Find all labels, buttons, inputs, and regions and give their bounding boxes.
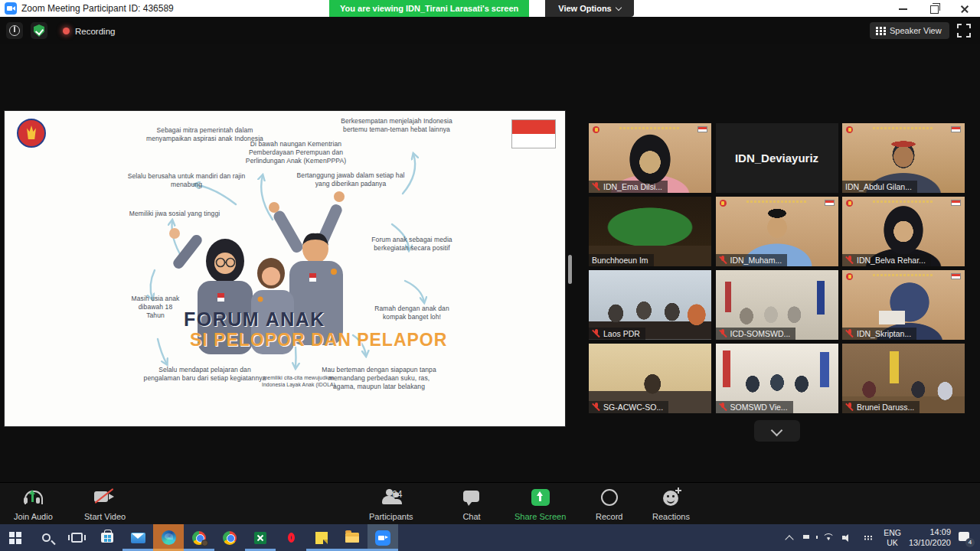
participants-button[interactable]: 64 Participants [366,487,416,523]
action-center-icon[interactable]: 4 [959,532,972,544]
participants-grid: IDN_Ema Dilsi...IDN_DeviayurizIDN_Abdul … [589,123,965,413]
participant-tile[interactable]: SG-ACWC-SO... [589,344,711,413]
start-video-button[interactable]: Start Video [81,487,129,523]
taskbar-store-icon[interactable] [92,524,122,551]
participant-tile[interactable]: ICD-SOMSWD... [716,270,838,340]
speaker-icon[interactable] [842,533,854,543]
store-glyph [101,533,113,543]
chrome-glyph [223,531,237,545]
chevron-down-icon [615,4,621,10]
reactions-button[interactable]: Reactions [649,487,693,523]
sticky-glyph [315,532,328,544]
speaker-view-button[interactable]: Speaker View [870,22,949,39]
viewing-banner-text: You are viewing IDN_Tirani Larasati's sc… [340,4,518,13]
participant-name-tag: ICD-SOMSWD... [716,328,796,340]
window-controls [888,0,980,17]
participant-name: IDN_Skriptan... [857,329,911,338]
grid-view-icon [876,27,878,29]
record-circle-icon [601,489,618,506]
restore-button[interactable] [919,0,949,17]
meeting-toolbar: Join Audio Start Video 64 Participants C… [0,482,980,524]
close-button[interactable] [949,0,980,17]
taskbar-opera-icon[interactable] [276,524,306,551]
reactions-label: Reactions [652,512,690,521]
language-region: UK [887,538,898,547]
recording-label: Recording [75,27,115,36]
infographic-note: Mau berteman dengan siapapun tanpa meman… [322,366,436,391]
notification-badge: 4 [965,538,975,547]
participant-tile[interactable]: Bunchhoeun Im [589,197,711,266]
taskbar-chrome-icon[interactable] [214,524,245,551]
view-options-button[interactable]: View Options [545,0,634,17]
muted-mic-icon [592,329,600,338]
asean-logo-mini [846,273,853,280]
participant-tile[interactable]: IDN_Deviayuriz [716,123,838,193]
participant-tile[interactable]: IDN_Belva Rehar... [842,197,965,266]
battery-icon[interactable] [802,534,815,542]
fullscreen-icon[interactable] [957,24,971,37]
infographic-note: Bertanggung jawab dalam setiap hal yang … [289,171,412,188]
infographic-note: Ramah dengan anak dan kompak banget loh! [374,305,450,321]
shield-check-icon [34,24,44,37]
headset-icon [23,489,43,506]
taskbar-edge-icon[interactable] [153,524,184,551]
participant-name: IDN_Muham... [730,256,782,265]
infographic-note: Memiliki jiwa sosial yang tinggi [129,210,220,218]
participant-name: IDN_Belva Rehar... [857,256,926,265]
participant-name: Brunei Daruss... [857,403,914,412]
indonesia-flag [511,119,556,148]
clock[interactable]: 14:09 13/10/2020 [909,527,951,547]
encryption-shield-icon[interactable] [31,22,47,39]
taskbar-sticky-icon[interactable] [306,524,337,551]
participant-tile[interactable]: IDN_Abdul Gilan... [842,123,965,193]
taskbar-excel-icon[interactable] [245,524,276,551]
participant-tile[interactable]: SOMSWD Vie... [716,344,838,413]
window-titlebar: Zoom Meeting Participant ID: 436589 You … [0,0,980,17]
participant-tile[interactable]: IDN_Muham... [716,197,838,266]
taskbar-mail-icon[interactable] [122,524,153,551]
record-button[interactable]: Record [593,487,626,523]
panel-resize-handle[interactable] [568,255,572,284]
infographic-subtitle: SI PELOPOR DAN PELAPOR [190,330,447,350]
taskbar-explorer-icon[interactable] [337,524,368,551]
chat-button[interactable]: Chat [459,487,484,523]
mail-glyph [131,533,145,543]
infographic-note: Forum anak sebagai media berkegiatan sec… [366,236,458,253]
taskbar-chrome-profile-icon[interactable] [184,524,214,551]
participant-name-tag: Brunei Daruss... [842,401,920,413]
meeting-info-icon[interactable] [6,22,23,39]
meeting-header: Recording Speaker View [0,17,980,44]
share-screen-icon [531,489,550,506]
profile-badge [201,540,208,546]
participant-tile[interactable]: Brunei Daruss... [842,344,965,413]
view-options-label: View Options [558,4,611,13]
tray-expand-chevron-icon[interactable] [785,533,794,543]
keyboard-icon[interactable] [862,533,876,542]
participant-name-tag: SG-ACWC-SO... [589,401,668,413]
join-audio-button[interactable]: Join Audio [11,487,56,523]
participant-name: Bunchhoeun Im [592,256,648,265]
indonesia-flag-mini [825,200,835,206]
language-code: ENG [884,528,901,537]
taskbar-start-icon[interactable] [0,524,31,551]
participant-name: IDN_Ema Dilsi... [603,182,662,191]
participant-tile[interactable]: IDN_Ema Dilsi... [589,123,711,193]
wifi-icon[interactable] [822,533,835,543]
participant-name-tag: IDN_Muham... [716,254,788,266]
minimize-button[interactable] [888,0,919,17]
participant-tile[interactable]: Laos PDR [589,270,711,340]
taskbar-taskview-icon[interactable] [61,524,92,551]
taskbar-zoom-icon[interactable] [368,524,398,551]
record-label: Record [596,512,622,521]
language-indicator[interactable]: ENG UK [884,528,901,546]
infographic-note: Selalu mendapat pelajaran dan pengalaman… [142,366,268,383]
participant-name-tag: IDN_Ema Dilsi... [589,181,668,193]
indonesia-flag-mini [697,126,707,132]
participant-tile[interactable]: IDN_Skriptan... [842,270,965,340]
scroll-participants-button[interactable] [754,420,800,442]
taskbar-search-icon[interactable] [31,524,61,551]
edge-glyph [162,530,176,545]
forum-banner-strip [746,201,808,203]
start-video-label: Start Video [84,512,126,521]
share-screen-button[interactable]: Share Screen [511,487,569,523]
